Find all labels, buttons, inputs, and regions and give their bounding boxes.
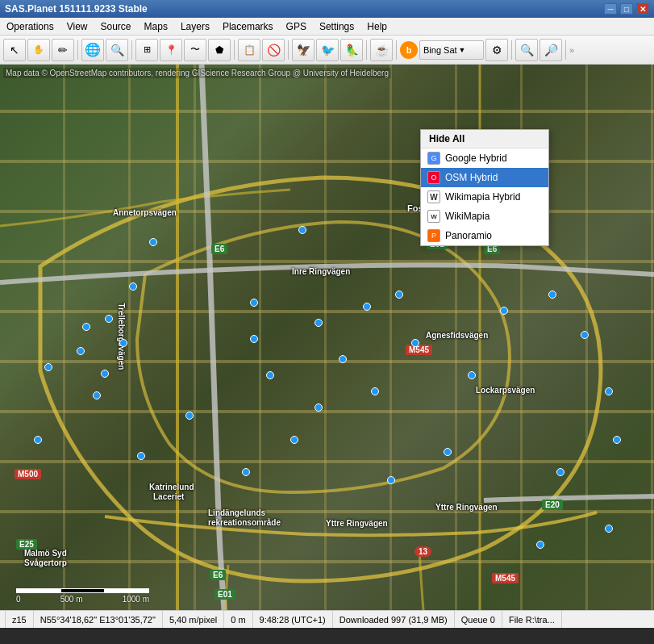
copy-tool[interactable]: 📋 <box>238 39 260 61</box>
window-controls: ─ □ ✕ <box>604 3 649 15</box>
place-malmosyd1: Malmö Syd <box>24 549 67 558</box>
place-lindangelund2: rekreationsområde <box>208 518 281 527</box>
cup-tool[interactable]: ☕ <box>370 39 393 61</box>
wikimapia-hybrid-label: Wikimapia Hybrid <box>445 191 520 203</box>
bird-tool[interactable]: 🦅 <box>292 39 315 61</box>
dropdown-item-osm-hybrid[interactable]: O OSM Hybrid <box>421 168 548 187</box>
road-e6-3: E6 <box>210 570 226 580</box>
menu-operations[interactable]: Operations <box>0 18 60 35</box>
wikimapia-icon: W <box>427 210 440 223</box>
pin-tool[interactable]: 📍 <box>160 39 182 61</box>
queue-info: Queue 0 <box>461 615 495 625</box>
dropdown-item-wikimapia[interactable]: W WikiMapia <box>421 207 548 226</box>
map-source-combo[interactable]: Bing Sat ▼ <box>419 40 484 60</box>
google-hybrid-label: Google Hybrid <box>445 153 507 164</box>
layers-dropdown[interactable]: Hide All G Google Hybrid O OSM Hybrid W … <box>420 129 549 246</box>
minimize-button[interactable]: ─ <box>604 3 617 15</box>
maximize-button[interactable]: □ <box>620 3 633 15</box>
wikimapia-hybrid-icon: W <box>427 190 440 203</box>
status-queue: Queue 0 <box>455 611 502 628</box>
poi-dot-6 <box>34 436 42 444</box>
road-e6-1: E6 <box>211 244 227 254</box>
scale-labels: 0 500 m 1000 m <box>16 595 149 604</box>
sep2 <box>131 40 132 60</box>
osm-hybrid-icon: O <box>427 171 440 184</box>
zoom-plus[interactable]: 🔎 <box>539 39 562 61</box>
status-coords: N55°34'18,62" E13°01'35,72" <box>34 611 163 628</box>
bird3-tool[interactable]: 🦜 <box>340 39 363 61</box>
poi-dot-16 <box>395 291 403 299</box>
menu-maps[interactable]: Maps <box>138 18 174 35</box>
combo-arrow: ▼ <box>459 46 466 54</box>
menu-view[interactable]: View <box>60 18 94 35</box>
poi-dot-14 <box>339 355 347 363</box>
menu-help[interactable]: Help <box>360 18 394 35</box>
scale-seg-2 <box>60 588 105 593</box>
menu-settings[interactable]: Settings <box>313 18 360 35</box>
scale-0: 0 <box>16 595 21 604</box>
road-13: 13 <box>414 546 431 557</box>
zoom-glass-tool[interactable]: 🔍 <box>106 39 128 61</box>
scale-500: 500 m <box>60 595 83 604</box>
zoom-minus[interactable]: 🔍 <box>515 39 538 61</box>
status-download: Downloaded 997 (31,9 MB) <box>333 611 455 628</box>
menu-layers[interactable]: Layers <box>174 18 216 35</box>
combo-label: Bing Sat <box>423 45 457 55</box>
poi-dot-36 <box>119 339 127 347</box>
toolbar-overflow: » <box>569 45 574 55</box>
bing-icon: b <box>400 41 418 59</box>
road-m545-2: M545 <box>492 573 519 583</box>
poi-dot-25 <box>500 307 508 315</box>
sep3 <box>234 40 235 60</box>
place-malmosyd2: Svågertorp <box>24 558 67 567</box>
poi-dot-31 <box>605 525 613 533</box>
wikimapia-label: WikiMapia <box>445 211 489 222</box>
move-tool[interactable]: ✋ <box>27 39 50 61</box>
poi-dot-20 <box>290 436 298 444</box>
map-image <box>0 65 654 610</box>
poi-dot-11 <box>250 335 258 343</box>
poi-dot-10 <box>298 226 306 234</box>
status-distance: 0 m <box>224 611 252 628</box>
toolbar: ↖ ✋ ✏ 🌐 🔍 ⊞ 📍 〜 ⬟ 📋 🚫 🦅 🐦 🦜 ☕ b Bing Sat… <box>0 36 654 65</box>
dropdown-item-wikimapia-hybrid[interactable]: W Wikimapia Hybrid <box>421 187 548 207</box>
close-button[interactable]: ✕ <box>636 3 649 15</box>
globe-tool[interactable]: 🌐 <box>81 39 104 61</box>
dropdown-item-google-hybrid[interactable]: G Google Hybrid <box>421 148 548 168</box>
place-katrinelund: Katrinelund <box>149 483 194 491</box>
layers-btn[interactable]: ⚙ <box>485 39 508 61</box>
dropdown-item-panoramio[interactable]: P Panoramio <box>421 226 548 245</box>
sep4 <box>288 40 289 60</box>
fit-tool[interactable]: ⊞ <box>135 39 158 61</box>
polygon-tool[interactable]: ⬟ <box>208 39 231 61</box>
menu-gps[interactable]: GPS <box>280 18 313 35</box>
sep7 <box>511 40 512 60</box>
download-info: Downloaded 997 (31,9 MB) <box>339 615 448 625</box>
window-title: SAS.Planet 151111.9233 Stable <box>5 3 148 15</box>
distance-value: 0 m <box>231 615 245 625</box>
poi-dot-35 <box>101 370 109 378</box>
dropdown-header-hide-all[interactable]: Hide All <box>421 130 548 148</box>
poi-dot-34 <box>82 323 90 331</box>
arrow-tool[interactable]: ↖ <box>3 39 26 61</box>
place-yttre-ring2: Yttre Ringvägen <box>435 503 498 512</box>
bird2-tool[interactable]: 🐦 <box>316 39 339 61</box>
scale-ruler <box>16 588 149 593</box>
scale-1000: 1000 m <box>123 595 149 604</box>
route-tool[interactable]: 〜 <box>184 39 206 61</box>
poi-dot-27 <box>581 331 589 339</box>
sep8 <box>565 40 566 60</box>
scale-seg-1 <box>16 588 60 593</box>
poi-dot-2 <box>129 282 137 291</box>
poi-dot-13 <box>315 319 323 327</box>
poi-dot-12 <box>266 371 274 379</box>
menu-source[interactable]: Source <box>94 18 138 35</box>
poi-dot-9 <box>250 299 258 307</box>
pencil-tool[interactable]: ✏ <box>52 39 74 61</box>
place-annetorps: Annetorpsvägen <box>113 208 177 217</box>
menu-placemarks[interactable]: Placemarks <box>216 18 280 35</box>
poi-dot-3 <box>105 315 113 323</box>
stop-tool[interactable]: 🚫 <box>262 39 285 61</box>
sep6 <box>396 40 397 60</box>
map-container[interactable]: Map data © OpenStreetMap contributors, r… <box>0 65 654 610</box>
